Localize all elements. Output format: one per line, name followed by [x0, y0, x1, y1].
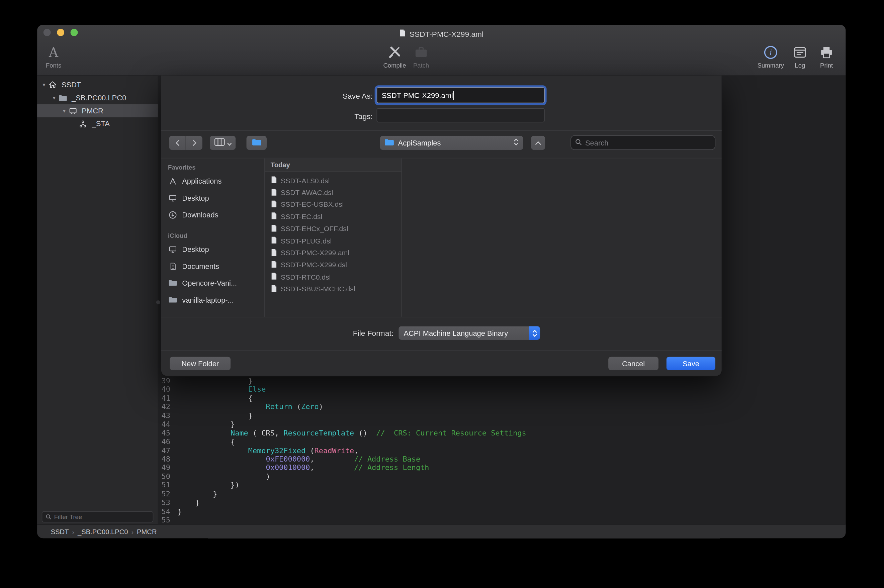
places-item-opencore-vani-[interactable]: Opencore-Vani... — [161, 274, 264, 292]
file-row[interactable]: SSDT-PMC-X299.dsl — [265, 259, 402, 271]
new-folder-icon-button[interactable] — [246, 135, 267, 150]
file-row[interactable]: SSDT-PLUG.dsl — [265, 235, 402, 247]
disclosure-triangle-icon[interactable]: ▾ — [41, 82, 47, 88]
places-item-documents[interactable]: Documents — [161, 258, 264, 274]
window-title-wrap: SSDT-PMC-X299.aml — [37, 28, 845, 39]
splitter-handle[interactable] — [156, 300, 160, 304]
search-placeholder: Search — [585, 138, 608, 147]
places-item-downloads[interactable]: Downloads — [161, 206, 264, 224]
document-icon — [271, 200, 278, 210]
svg-text:i: i — [770, 48, 772, 57]
fonts-icon: A — [49, 44, 58, 61]
view-mode-button[interactable] — [209, 135, 236, 150]
compile-icon — [387, 44, 402, 61]
location-popup[interactable]: AcpiSamples — [380, 135, 524, 150]
file-row[interactable]: SSDT-EC.dsl — [265, 211, 402, 223]
disclosure-triangle-icon[interactable]: ▾ — [51, 94, 57, 101]
code-text: Name (_CRS, ResourceTemplate () // _CRS:… — [178, 429, 526, 438]
forward-button[interactable] — [186, 136, 203, 150]
places-section-header: iCloud — [168, 232, 264, 239]
breadcrumb-item: _SB.PC00.LPC0 — [78, 528, 128, 536]
places-sidebar: FavoritesApplicationsDesktopDownloadsiCl… — [161, 158, 264, 316]
tree-item-label: _SB.PC00.LPC0 — [72, 94, 126, 102]
save-button[interactable]: Save — [666, 356, 716, 371]
folder-gray-icon — [59, 93, 68, 102]
divider — [161, 350, 722, 351]
sidebar: ▾SSDT▾_SB.PC00.LPC0▾PMCR_STA Filter Tree — [37, 76, 158, 524]
titlebar: SSDT-PMC-X299.aml A Fonts Compile — [37, 25, 845, 76]
updown-chevrons-icon — [529, 327, 540, 340]
code-line: 42 Return (Zero) — [159, 403, 845, 411]
toolbar-print[interactable]: Print — [810, 44, 843, 69]
tree-item-pmcr[interactable]: ▾PMCR — [37, 104, 158, 117]
code-line: 47 Memory32Fixed (ReadWrite, — [159, 446, 845, 455]
file-group-header: Today — [265, 158, 402, 172]
document-icon — [271, 260, 278, 270]
code-line: 39 } — [159, 376, 845, 385]
file-column: Today SSDT-ALS0.dslSSDT-AWAC.dslSSDT-EC-… — [265, 158, 402, 316]
search-input[interactable]: Search — [570, 135, 715, 150]
filter-placeholder: Filter Tree — [54, 513, 82, 520]
back-button[interactable] — [169, 136, 186, 150]
code-lines: 39 }40 Else41 {42 Return (Zero)43 }44 }4… — [159, 376, 845, 525]
info-icon: i — [763, 44, 778, 61]
file-row[interactable]: SSDT-AWAC.dsl — [265, 187, 402, 199]
filter-tree-input[interactable]: Filter Tree — [42, 511, 153, 522]
places-item-desktop[interactable]: Desktop — [161, 240, 264, 258]
file-name: SSDT-PLUG.dsl — [281, 237, 332, 245]
file-row[interactable]: SSDT-PMC-X299.aml — [265, 247, 402, 259]
code-text: Return (Zero) — [178, 403, 323, 411]
breadcrumb-separator-icon: › — [69, 528, 78, 535]
line-number: 44 — [159, 420, 170, 429]
line-number: 40 — [159, 385, 170, 394]
file-row[interactable]: SSDT-ALS0.dsl — [265, 175, 402, 187]
tags-input[interactable] — [377, 108, 545, 122]
patch-icon — [414, 44, 429, 61]
code-text: } — [178, 376, 253, 385]
cancel-button[interactable]: Cancel — [608, 356, 659, 371]
file-row[interactable]: SSDT-EHCx_OFF.dsl — [265, 223, 402, 235]
text-caret — [453, 91, 454, 99]
tree-item-_sta[interactable]: _STA — [37, 117, 158, 130]
file-name: SSDT-PMC-X299.dsl — [281, 261, 347, 269]
places-item-applications[interactable]: Applications — [161, 172, 264, 190]
file-row[interactable]: SSDT-RTC0.dsl — [265, 271, 402, 283]
column-view-icon — [214, 138, 225, 148]
history-segmented-control — [169, 135, 203, 150]
up-directory-button[interactable] — [531, 135, 546, 150]
file-name: SSDT-EHCx_OFF.dsl — [281, 225, 348, 233]
toolbar-fonts[interactable]: A Fonts — [37, 44, 74, 69]
code-text: ) — [178, 472, 270, 481]
code-line: 55 — [159, 516, 845, 525]
places-item-label: Desktop — [182, 194, 209, 202]
document-icon — [271, 212, 278, 222]
desktop-icon — [168, 245, 178, 253]
location-value: AcpiSamples — [398, 138, 510, 147]
places-item-label: vanilla-laptop-... — [182, 296, 234, 304]
tree-item-ssdt[interactable]: ▾SSDT — [37, 78, 158, 91]
code-text: }) — [178, 481, 240, 490]
code-line: 52 } — [159, 490, 845, 498]
code-text: } — [178, 420, 235, 429]
save-as-input[interactable]: SSDT-PMC-X299.aml — [377, 87, 545, 103]
toolbar-patch: Patch — [404, 44, 438, 69]
save-as-value: SSDT-PMC-X299.aml — [382, 91, 453, 99]
places-item-desktop[interactable]: Desktop — [161, 189, 264, 206]
tree-item-label: SSDT — [62, 81, 81, 89]
places-item-vanilla-laptop-[interactable]: vanilla-laptop-... — [161, 291, 264, 308]
file-row[interactable]: SSDT-EC-USBX.dsl — [265, 199, 402, 211]
tree-item-label: _STA — [92, 119, 110, 128]
desktop-icon — [168, 194, 178, 202]
tree-item-_sb.pc00.lpc0[interactable]: ▾_SB.PC00.LPC0 — [37, 91, 158, 104]
file-format-popup[interactable]: ACPI Machine Language Binary — [398, 326, 541, 340]
document-icon — [271, 224, 278, 234]
log-icon — [792, 44, 807, 61]
code-line: 49 0x00010000, // Address Length — [159, 464, 845, 472]
disclosure-triangle-icon[interactable]: ▾ — [61, 108, 68, 114]
code-line: 40 Else — [159, 385, 845, 394]
code-text: 0x00010000, // Address Length — [178, 464, 429, 472]
line-number: 51 — [159, 481, 170, 490]
new-folder-button[interactable]: New Folder — [169, 356, 231, 371]
line-number: 54 — [159, 507, 170, 516]
file-row[interactable]: SSDT-SBUS-MCHC.dsl — [265, 283, 402, 296]
